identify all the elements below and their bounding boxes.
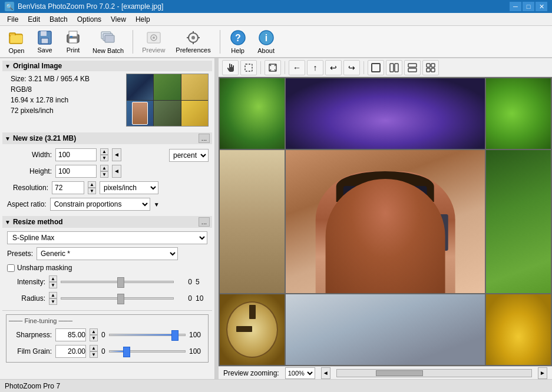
title-bar-controls: ─ □ ✕ — [510, 2, 547, 11]
open-button[interactable]: Open — [4, 28, 29, 55]
menu-batch[interactable]: Batch — [45, 14, 72, 25]
sharpness-down-button[interactable]: ▼ — [90, 335, 98, 341]
scroll-right-button[interactable]: ► — [538, 367, 547, 379]
layout-split-h-button[interactable] — [404, 60, 421, 75]
sharpness-track — [109, 334, 186, 336]
menu-file[interactable]: File — [2, 14, 23, 25]
title-bar: 🔍 BenVista PhotoZoom Pro 7.0.2 - [exampl… — [0, 0, 552, 13]
film-grain-input[interactable] — [55, 345, 86, 358]
selection-tool-button[interactable] — [240, 60, 257, 75]
radius-up-button[interactable]: ▲ — [49, 292, 57, 298]
preferences-button[interactable]: Preferences — [171, 28, 214, 55]
svg-text:i: i — [265, 33, 267, 43]
svg-point-17 — [191, 36, 195, 39]
menu-view[interactable]: View — [106, 14, 131, 25]
film-grain-up-button[interactable]: ▲ — [90, 345, 98, 351]
width-input[interactable] — [55, 148, 97, 161]
pan-up-button[interactable]: ↑ — [307, 60, 323, 75]
width-up-button[interactable]: ▲ — [100, 148, 108, 155]
sharpness-up-button[interactable]: ▲ — [90, 328, 98, 335]
new-batch-button[interactable]: New Batch — [88, 28, 128, 55]
radius-row: Radius: ▲ ▼ 0 10 — [2, 290, 212, 307]
intensity-track — [61, 281, 174, 283]
resolution-up-button[interactable]: ▲ — [88, 181, 96, 188]
preview-sep-1 — [260, 61, 261, 74]
hand-tool-button[interactable] — [222, 60, 239, 75]
new-size-section: ▼ New size (3.21 MB) ... Width: ▲ ▼ ◄ — [2, 132, 212, 212]
preset-select[interactable]: Generic * Generic Photo Illustration — [37, 247, 178, 260]
new-size-options-button[interactable]: ... — [199, 134, 210, 143]
film-grain-row: Film Grain: ▲ ▼ 0 100 — [9, 343, 206, 360]
help-label: Help — [231, 47, 244, 54]
height-extra-button[interactable]: ◄ — [112, 165, 121, 178]
thumb-cell — [127, 74, 153, 100]
redo-button[interactable]: ↪ — [343, 60, 360, 75]
layout-grid-button[interactable] — [422, 60, 439, 75]
right-panel: ← ↑ ↩ ↪ — [219, 58, 552, 379]
width-down-button[interactable]: ▼ — [100, 155, 108, 161]
svg-rect-32 — [408, 68, 417, 72]
layout-split-v-button[interactable] — [386, 60, 402, 75]
help-icon: ? — [230, 29, 246, 46]
resolution-unit-select[interactable]: pixels/inch pixels/cm — [100, 181, 158, 194]
close-button[interactable]: ✕ — [536, 2, 547, 11]
undo-button[interactable]: ↩ — [325, 60, 342, 75]
triangle-icon-2: ▼ — [5, 135, 11, 142]
intensity-thumb[interactable] — [117, 277, 124, 288]
height-up-button[interactable]: ▲ — [100, 165, 108, 171]
new-batch-label: New Batch — [92, 47, 124, 54]
height-row: Height: ▲ ▼ ◄ — [6, 163, 167, 180]
print-button[interactable]: Print — [60, 28, 86, 55]
preview-button[interactable]: Preview — [138, 28, 169, 55]
presets-label: Presets: — [7, 250, 33, 258]
scroll-left-button[interactable]: ◄ — [321, 367, 330, 379]
horizontal-scrollbar[interactable] — [336, 369, 532, 377]
unsharp-label: Unsharp masking — [17, 264, 72, 272]
unsharp-checkbox[interactable] — [7, 264, 15, 272]
svg-rect-12 — [105, 35, 114, 42]
film-grain-slider-container — [109, 346, 186, 357]
radius-thumb[interactable] — [117, 294, 124, 304]
menu-edit[interactable]: Edit — [23, 14, 45, 25]
film-grain-track — [109, 350, 186, 353]
fit-view-button[interactable] — [265, 60, 281, 75]
preview-cell-bl — [220, 294, 285, 365]
resolution-down-button[interactable]: ▼ — [88, 188, 96, 194]
help-button[interactable]: ? Help — [225, 28, 251, 55]
resize-options-button[interactable]: ... — [199, 217, 210, 227]
menu-options[interactable]: Options — [72, 14, 106, 25]
svg-rect-31 — [408, 64, 417, 67]
maximize-button[interactable]: □ — [523, 2, 534, 11]
width-spin: ▲ ▼ — [100, 148, 108, 161]
aspect-ratio-select[interactable]: Constrain proportions Free Custom — [50, 198, 150, 211]
film-grain-down-button[interactable]: ▼ — [90, 351, 98, 358]
zoom-select[interactable]: 25% 50% 75% 100% 150% 200% — [285, 367, 315, 379]
sharpness-input[interactable] — [55, 328, 86, 341]
film-grain-thumb[interactable] — [123, 347, 130, 357]
svg-rect-8 — [69, 38, 77, 43]
original-image-header: ▼ Original Image — [2, 61, 212, 71]
thumb-cell — [181, 101, 208, 127]
batch-icon — [100, 29, 117, 46]
height-down-button[interactable]: ▼ — [100, 171, 108, 178]
menu-help[interactable]: Help — [131, 14, 155, 25]
minimize-button[interactable]: ─ — [510, 2, 521, 11]
height-input[interactable] — [55, 165, 97, 178]
method-select[interactable]: S-Spline Max S-Spline XL S-Spline Lanczo… — [7, 231, 207, 244]
pan-left-button[interactable]: ← — [289, 60, 305, 75]
about-button[interactable]: i About — [253, 28, 279, 55]
width-extra-button[interactable]: ◄ — [112, 148, 121, 161]
resolution-input[interactable] — [52, 181, 84, 194]
sharpness-thumb[interactable] — [171, 330, 179, 341]
svg-rect-28 — [372, 64, 380, 72]
left-panel: ▼ Original Image Size: 3.21 MB / 965.4 K… — [0, 58, 215, 379]
resolution-row: Resolution: ▲ ▼ pixels/inch pixels/cm — [2, 180, 212, 196]
intensity-label: Intensity: — [7, 278, 45, 286]
unit-select[interactable]: percent pixels inches cm — [169, 149, 209, 162]
intensity-down-button[interactable]: ▼ — [49, 282, 57, 288]
layout-single-button[interactable] — [368, 60, 384, 75]
radius-down-button[interactable]: ▼ — [49, 298, 57, 305]
scroll-thumb-h[interactable] — [376, 370, 423, 376]
intensity-up-button[interactable]: ▲ — [49, 275, 57, 282]
save-button[interactable]: Save — [32, 28, 58, 55]
